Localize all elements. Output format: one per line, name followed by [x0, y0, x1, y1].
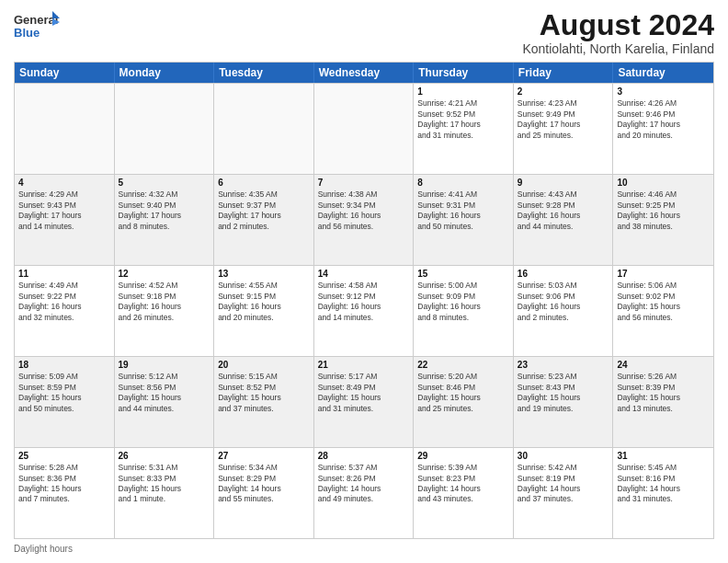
day-info: Sunrise: 4:43 AM Sunset: 9:28 PM Dayligh… — [518, 190, 609, 232]
day-number: 21 — [318, 360, 410, 370]
week-row-4: 25Sunrise: 5:28 AM Sunset: 8:36 PM Dayli… — [15, 447, 713, 538]
day-number: 20 — [218, 360, 310, 370]
day-info: Sunrise: 5:20 AM Sunset: 8:46 PM Dayligh… — [417, 372, 509, 414]
day-2: 2Sunrise: 4:23 AM Sunset: 9:49 PM Daylig… — [514, 84, 614, 174]
day-13: 13Sunrise: 4:55 AM Sunset: 9:15 PM Dayli… — [214, 266, 314, 356]
day-31: 31Sunrise: 5:45 AM Sunset: 8:16 PM Dayli… — [613, 448, 713, 538]
calendar: SundayMondayTuesdayWednesdayThursdayFrid… — [14, 62, 714, 539]
day-number: 10 — [617, 178, 710, 188]
empty-cell-0-1 — [115, 84, 215, 174]
day-19: 19Sunrise: 5:12 AM Sunset: 8:56 PM Dayli… — [115, 357, 215, 447]
day-8: 8Sunrise: 4:41 AM Sunset: 9:31 PM Daylig… — [414, 175, 514, 265]
day-info: Sunrise: 5:06 AM Sunset: 9:02 PM Dayligh… — [617, 281, 710, 323]
empty-cell-0-2 — [214, 84, 314, 174]
day-info: Sunrise: 4:32 AM Sunset: 9:40 PM Dayligh… — [119, 190, 210, 232]
day-number: 9 — [518, 178, 609, 188]
day-number: 6 — [218, 178, 310, 188]
title-block: August 2024 Kontiolahti, North Karelia, … — [522, 9, 714, 56]
day-number: 27 — [218, 451, 310, 461]
day-number: 14 — [318, 269, 410, 279]
day-25: 25Sunrise: 5:28 AM Sunset: 8:36 PM Dayli… — [15, 448, 115, 538]
day-9: 9Sunrise: 4:43 AM Sunset: 9:28 PM Daylig… — [514, 175, 614, 265]
day-info: Sunrise: 5:45 AM Sunset: 8:16 PM Dayligh… — [617, 463, 710, 505]
footer: Daylight hours — [14, 544, 714, 554]
day-info: Sunrise: 5:31 AM Sunset: 8:33 PM Dayligh… — [119, 463, 210, 505]
week-row-3: 18Sunrise: 5:09 AM Sunset: 8:59 PM Dayli… — [15, 356, 713, 447]
day-number: 15 — [417, 269, 509, 279]
day-info: Sunrise: 4:21 AM Sunset: 9:52 PM Dayligh… — [417, 98, 509, 141]
day-info: Sunrise: 4:38 AM Sunset: 9:34 PM Dayligh… — [318, 190, 410, 232]
day-info: Sunrise: 5:23 AM Sunset: 8:43 PM Dayligh… — [518, 372, 609, 414]
day-number: 1 — [417, 86, 509, 97]
day-info: Sunrise: 4:41 AM Sunset: 9:31 PM Dayligh… — [417, 190, 509, 232]
header-thursday: Thursday — [414, 63, 514, 83]
day-number: 24 — [617, 360, 710, 370]
day-number: 19 — [119, 360, 210, 370]
day-29: 29Sunrise: 5:39 AM Sunset: 8:23 PM Dayli… — [414, 448, 514, 538]
week-row-1: 4Sunrise: 4:29 AM Sunset: 9:43 PM Daylig… — [15, 174, 713, 265]
day-number: 12 — [119, 269, 210, 279]
day-11: 11Sunrise: 4:49 AM Sunset: 9:22 PM Dayli… — [15, 266, 115, 356]
day-number: 16 — [518, 269, 609, 279]
day-6: 6Sunrise: 4:35 AM Sunset: 9:37 PM Daylig… — [214, 175, 314, 265]
day-info: Sunrise: 5:37 AM Sunset: 8:26 PM Dayligh… — [318, 463, 410, 505]
day-15: 15Sunrise: 5:00 AM Sunset: 9:09 PM Dayli… — [414, 266, 514, 356]
day-number: 26 — [119, 451, 210, 461]
day-number: 17 — [617, 269, 710, 279]
logo-svg: General Blue — [14, 9, 60, 46]
day-12: 12Sunrise: 4:52 AM Sunset: 9:18 PM Dayli… — [115, 266, 215, 356]
day-info: Sunrise: 5:39 AM Sunset: 8:23 PM Dayligh… — [417, 463, 509, 505]
day-info: Sunrise: 4:23 AM Sunset: 9:49 PM Dayligh… — [518, 98, 609, 141]
day-number: 11 — [18, 269, 110, 279]
day-1: 1Sunrise: 4:21 AM Sunset: 9:52 PM Daylig… — [414, 84, 514, 174]
header-monday: Monday — [115, 63, 215, 83]
calendar-body: 1Sunrise: 4:21 AM Sunset: 9:52 PM Daylig… — [15, 83, 713, 538]
day-info: Sunrise: 5:26 AM Sunset: 8:39 PM Dayligh… — [617, 372, 710, 414]
day-number: 31 — [617, 451, 710, 461]
day-number: 18 — [18, 360, 110, 370]
svg-text:General: General — [14, 13, 58, 27]
header-saturday: Saturday — [613, 63, 713, 83]
day-23: 23Sunrise: 5:23 AM Sunset: 8:43 PM Dayli… — [514, 357, 614, 447]
svg-text:Blue: Blue — [14, 26, 40, 40]
day-26: 26Sunrise: 5:31 AM Sunset: 8:33 PM Dayli… — [115, 448, 215, 538]
day-22: 22Sunrise: 5:20 AM Sunset: 8:46 PM Dayli… — [414, 357, 514, 447]
day-number: 8 — [417, 178, 509, 188]
week-row-2: 11Sunrise: 4:49 AM Sunset: 9:22 PM Dayli… — [15, 265, 713, 356]
day-number: 2 — [518, 86, 609, 97]
logo: General Blue — [14, 9, 60, 46]
empty-cell-0-0 — [15, 84, 115, 174]
day-info: Sunrise: 5:42 AM Sunset: 8:19 PM Dayligh… — [518, 463, 609, 505]
day-24: 24Sunrise: 5:26 AM Sunset: 8:39 PM Dayli… — [613, 357, 713, 447]
day-info: Sunrise: 4:58 AM Sunset: 9:12 PM Dayligh… — [318, 281, 410, 323]
header-sunday: Sunday — [15, 63, 115, 83]
day-info: Sunrise: 4:29 AM Sunset: 9:43 PM Dayligh… — [18, 190, 110, 232]
week-row-0: 1Sunrise: 4:21 AM Sunset: 9:52 PM Daylig… — [15, 83, 713, 174]
day-info: Sunrise: 4:26 AM Sunset: 9:46 PM Dayligh… — [617, 98, 710, 141]
day-16: 16Sunrise: 5:03 AM Sunset: 9:06 PM Dayli… — [514, 266, 614, 356]
day-18: 18Sunrise: 5:09 AM Sunset: 8:59 PM Dayli… — [15, 357, 115, 447]
day-3: 3Sunrise: 4:26 AM Sunset: 9:46 PM Daylig… — [613, 84, 713, 174]
day-30: 30Sunrise: 5:42 AM Sunset: 8:19 PM Dayli… — [514, 448, 614, 538]
day-14: 14Sunrise: 4:58 AM Sunset: 9:12 PM Dayli… — [314, 266, 415, 356]
day-20: 20Sunrise: 5:15 AM Sunset: 8:52 PM Dayli… — [214, 357, 314, 447]
day-info: Sunrise: 5:15 AM Sunset: 8:52 PM Dayligh… — [218, 372, 310, 414]
day-number: 5 — [119, 178, 210, 188]
day-info: Sunrise: 5:00 AM Sunset: 9:09 PM Dayligh… — [417, 281, 509, 323]
header-wednesday: Wednesday — [314, 63, 415, 83]
day-number: 13 — [218, 269, 310, 279]
day-info: Sunrise: 5:28 AM Sunset: 8:36 PM Dayligh… — [18, 463, 110, 505]
day-info: Sunrise: 4:52 AM Sunset: 9:18 PM Dayligh… — [119, 281, 210, 323]
day-27: 27Sunrise: 5:34 AM Sunset: 8:29 PM Dayli… — [214, 448, 314, 538]
day-number: 25 — [18, 451, 110, 461]
day-7: 7Sunrise: 4:38 AM Sunset: 9:34 PM Daylig… — [314, 175, 415, 265]
page: General Blue August 2024 Kontiolahti, No… — [0, 0, 728, 563]
day-info: Sunrise: 5:09 AM Sunset: 8:59 PM Dayligh… — [18, 372, 110, 414]
day-info: Sunrise: 5:03 AM Sunset: 9:06 PM Dayligh… — [518, 281, 609, 323]
day-info: Sunrise: 4:49 AM Sunset: 9:22 PM Dayligh… — [18, 281, 110, 323]
day-number: 30 — [518, 451, 609, 461]
main-title: August 2024 — [522, 9, 714, 41]
header-friday: Friday — [514, 63, 614, 83]
day-info: Sunrise: 5:17 AM Sunset: 8:49 PM Dayligh… — [318, 372, 410, 414]
day-number: 29 — [417, 451, 509, 461]
